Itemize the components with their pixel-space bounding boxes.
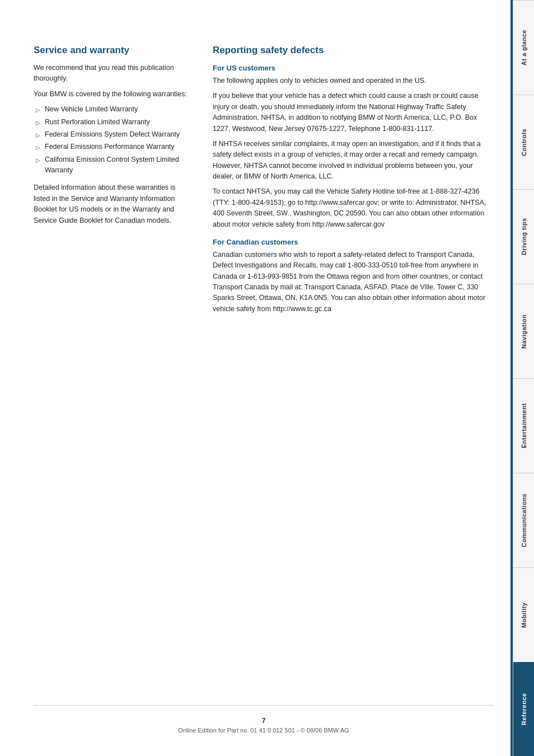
bullet-text: Federal Emissions System Defect Warranty xyxy=(45,129,180,140)
right-column: Reporting safety defects For US customer… xyxy=(213,45,494,694)
bullet-triangle-icon: ▷ xyxy=(36,143,40,152)
warranty-list-item: ▷Rust Perforation Limited Warranty xyxy=(34,117,190,128)
bullet-triangle-icon: ▷ xyxy=(36,106,40,115)
sidebar-tab-reference[interactable]: Reference xyxy=(513,662,534,756)
bullet-text: Rust Perforation Limited Warranty xyxy=(45,117,150,128)
right-sidebar-container: At a glanceControlsDriving tipsNavigatio… xyxy=(510,0,534,756)
left-intro-2: Your BMW is covered by the following war… xyxy=(34,89,190,100)
sidebar-tab-mobility[interactable]: Mobility xyxy=(513,567,534,662)
right-section-title: Reporting safety defects xyxy=(213,45,494,56)
bullet-text: California Emission Control System Limit… xyxy=(45,154,190,176)
warranty-list-item: ▷California Emission Control System Limi… xyxy=(34,154,190,176)
page-footer: 7 Online Edition for Part no. 01 41 0 01… xyxy=(34,705,494,734)
sidebar-tab-driving-tips[interactable]: Driving tips xyxy=(513,189,534,284)
bullet-triangle-icon: ▷ xyxy=(36,131,40,140)
edition-text: Online Edition for Part no. 01 41 0 012 … xyxy=(34,727,494,734)
bullet-text: Federal Emissions Performance Warranty xyxy=(45,142,175,152)
chapter-sidebar: At a glanceControlsDriving tipsNavigatio… xyxy=(513,0,534,756)
bullet-text: New Vehicle Limited Warranty xyxy=(45,104,138,115)
us-para4: To contact NHTSA, you may call the Vehic… xyxy=(213,186,494,230)
left-closing: Detailed information about these warrant… xyxy=(34,182,190,226)
sidebar-tab-at-a-glance[interactable]: At a glance xyxy=(513,0,534,95)
us-para3: If NHTSA receives similar complaints, it… xyxy=(213,139,494,182)
canada-para1: Canadian customers who wish to report a … xyxy=(213,250,494,314)
warranty-list-item: ▷New Vehicle Limited Warranty xyxy=(34,104,190,115)
warranty-list-item: ▷Federal Emissions System Defect Warrant… xyxy=(34,129,190,140)
bullet-triangle-icon: ▷ xyxy=(36,119,40,128)
sidebar-tab-navigation[interactable]: Navigation xyxy=(513,284,534,378)
bullet-triangle-icon: ▷ xyxy=(36,156,40,165)
warranty-list-item: ▷Federal Emissions Performance Warranty xyxy=(34,142,190,152)
canada-subtitle: For Canadian customers xyxy=(213,238,494,246)
us-para1: The following applies only to vehicles o… xyxy=(213,76,494,86)
sidebar-tab-entertainment[interactable]: Entertainment xyxy=(513,378,534,473)
sidebar-tab-controls[interactable]: Controls xyxy=(513,95,534,189)
warranty-list: ▷New Vehicle Limited Warranty▷Rust Perfo… xyxy=(34,104,190,176)
us-subtitle: For US customers xyxy=(213,64,494,72)
left-intro-1: We recommend that you read this publicat… xyxy=(34,63,190,84)
left-column: Service and warranty We recommend that y… xyxy=(34,45,190,694)
page-number: 7 xyxy=(34,717,494,725)
sidebar-tab-communications[interactable]: Communications xyxy=(513,473,534,567)
left-section-title: Service and warranty xyxy=(34,45,190,56)
us-para2: If you believe that your vehicle has a d… xyxy=(213,91,494,134)
